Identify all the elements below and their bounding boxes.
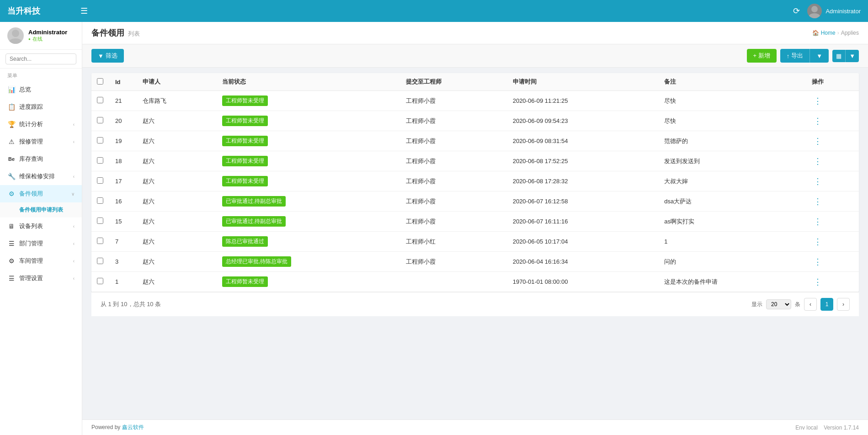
user-info[interactable]: Administrator: [807, 4, 861, 18]
dept-icon: ☰: [7, 240, 16, 247]
row-applicant: 仓库路飞: [137, 91, 217, 111]
main-layout: Administrator 在线 菜单 📊 总览 📋 进度跟踪 🏆 统计分析 ‹…: [0, 22, 868, 435]
row-checkbox: [91, 171, 110, 191]
sidebar-item-dept[interactable]: ☰ 部门管理 ‹: [0, 235, 82, 252]
row-checkbox: [91, 131, 110, 151]
row-select-checkbox[interactable]: [97, 97, 103, 103]
row-action-button[interactable]: ⋮: [812, 237, 824, 246]
page-header: 备件领用 列表 🏠 Home › Applies: [82, 22, 868, 44]
new-button[interactable]: + 新增: [747, 49, 777, 63]
sidebar-item-parts[interactable]: ⚙ 备件领用 ∨: [0, 185, 82, 202]
row-engineer: 工程师小霞: [400, 131, 507, 151]
chevron-right-icon: ‹: [73, 174, 75, 179]
refresh-icon[interactable]: ⟳: [793, 6, 800, 16]
sidebar-user-status: 在线: [28, 36, 67, 42]
stats-icon: 🏆: [7, 121, 16, 128]
row-select-checkbox[interactable]: [97, 157, 103, 164]
table-row: 17 赵六 工程师暂未受理 工程师小霞 2020-06-08 17:28:32 …: [91, 171, 859, 191]
header-status: 当前状态: [217, 73, 400, 91]
row-select-checkbox[interactable]: [97, 197, 103, 204]
row-remark: 发送到发送到: [659, 151, 806, 171]
breadcrumb-current: Applies: [841, 30, 859, 36]
sidebar-subitem-parts-list[interactable]: 备件领用申请列表: [0, 202, 82, 218]
row-checkbox: [91, 91, 110, 111]
row-status: 工程师暂未受理: [217, 171, 400, 191]
export-button[interactable]: ↑ 导出: [780, 49, 810, 63]
header-id: Id: [110, 73, 137, 91]
sidebar-item-dashboard[interactable]: 📊 总览: [0, 81, 82, 98]
next-page-button[interactable]: ›: [837, 298, 850, 311]
row-engineer: 工程师小霞: [400, 91, 507, 111]
cols-label: ▦: [836, 53, 841, 59]
row-action-button[interactable]: ⋮: [812, 217, 824, 226]
row-select-checkbox[interactable]: [97, 117, 103, 123]
per-page-label: 显示: [751, 301, 762, 308]
row-select-checkbox[interactable]: [97, 278, 103, 284]
search-box: [0, 50, 82, 69]
row-action-button[interactable]: ⋮: [812, 277, 824, 286]
row-id: 1: [110, 272, 137, 292]
row-select-checkbox[interactable]: [97, 238, 103, 244]
footer-company-link[interactable]: 鑫云软件: [122, 424, 144, 430]
export-dropdown-button[interactable]: ▼: [810, 49, 829, 63]
export-icon: ↑: [787, 53, 790, 59]
page-size-select[interactable]: 10 20 50 100: [766, 299, 791, 309]
row-engineer: 工程师小霞: [400, 171, 507, 191]
sidebar-item-maintenance[interactable]: 🔧 维保检修安排 ‹: [0, 168, 82, 185]
cols-dropdown-button[interactable]: ▼: [846, 50, 859, 62]
row-select-checkbox[interactable]: [97, 258, 103, 264]
table-row: 1 赵六 工程师暂未受理 1970-01-01 08:00:00 这是本次的备件…: [91, 272, 859, 292]
cols-button[interactable]: ▦: [832, 50, 846, 62]
row-engineer: 工程师小霞: [400, 191, 507, 212]
row-action: ⋮: [806, 111, 859, 131]
row-engineer: 工程师小霞: [400, 111, 507, 131]
row-action-button[interactable]: ⋮: [812, 137, 824, 146]
sidebar-item-workshop[interactable]: ⚙ 车间管理 ‹: [0, 252, 82, 270]
row-action-button[interactable]: ⋮: [812, 177, 824, 186]
menu-icon[interactable]: ☰: [80, 6, 88, 16]
workshop-icon: ⚙: [7, 257, 16, 265]
table-row: 19 赵六 工程师暂未受理 工程师小霞 2020-06-09 08:31:54 …: [91, 131, 859, 151]
row-remark: as啊实打实: [659, 212, 806, 232]
row-select-checkbox[interactable]: [97, 137, 103, 143]
row-action-button[interactable]: ⋮: [812, 157, 824, 166]
row-apply-time: 2020-06-04 16:16:34: [507, 252, 659, 272]
breadcrumb: 🏠 Home › Applies: [812, 30, 859, 36]
sidebar-item-progress[interactable]: 📋 进度跟踪: [0, 98, 82, 116]
row-select-checkbox[interactable]: [97, 177, 103, 184]
table-row: 18 赵六 工程师暂未受理 工程师小霞 2020-06-08 17:52:25 …: [91, 151, 859, 171]
row-action-button[interactable]: ⋮: [812, 117, 824, 126]
prev-page-button[interactable]: ‹: [804, 298, 817, 311]
sidebar-item-inventory[interactable]: Be 库存查询: [0, 150, 82, 168]
select-all-checkbox[interactable]: [97, 78, 103, 85]
search-input[interactable]: [5, 53, 76, 64]
row-action-button[interactable]: ⋮: [812, 257, 824, 266]
filter-button[interactable]: ▼ 筛选: [91, 49, 124, 63]
page-1-button[interactable]: 1: [820, 298, 833, 311]
row-action-button[interactable]: ⋮: [812, 96, 824, 106]
footer-version: Env local Version 1.7.14: [795, 424, 859, 431]
sidebar-item-settings[interactable]: ☰ 管理设置 ‹: [0, 270, 82, 287]
row-select-checkbox[interactable]: [97, 218, 103, 224]
row-apply-time: 1970-01-01 08:00:00: [507, 272, 659, 292]
row-status: 总经理已审批,待陈总审批: [217, 252, 400, 272]
row-id: 15: [110, 212, 137, 232]
sidebar-item-stats[interactable]: 🏆 统计分析 ‹: [0, 116, 82, 133]
sidebar-item-report[interactable]: ⚠ 报修管理 ‹: [0, 133, 82, 150]
row-action-button[interactable]: ⋮: [812, 197, 824, 206]
footer-powered-text: Powered by: [91, 424, 120, 430]
sidebar-item-label: 车间管理: [19, 257, 43, 265]
row-engineer: 工程师小霞: [400, 212, 507, 232]
sidebar-item-equipment[interactable]: 🖥 设备列表 ‹: [0, 218, 82, 235]
sidebar: Administrator 在线 菜单 📊 总览 📋 进度跟踪 🏆 统计分析 ‹…: [0, 22, 82, 435]
sidebar-item-label: 备件领用: [19, 190, 43, 198]
row-applicant: 赵六: [137, 151, 217, 171]
row-status: 已审批通过,待副总审批: [217, 191, 400, 212]
row-applicant: 赵六: [137, 131, 217, 151]
row-action: ⋮: [806, 91, 859, 111]
breadcrumb-home[interactable]: Home: [821, 30, 836, 36]
row-applicant: 赵六: [137, 232, 217, 252]
sidebar-user: Administrator 在线: [0, 22, 82, 50]
row-remark: 这是本次的备件申请: [659, 272, 806, 292]
row-remark: 大叔大婶: [659, 171, 806, 191]
